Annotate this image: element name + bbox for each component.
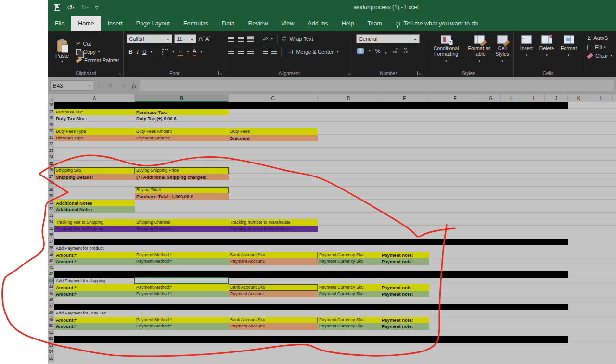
tab-home[interactable]: Home — [71, 16, 101, 31]
format-as-table-button[interactable]: Format as Table▾ — [465, 35, 493, 69]
cell-B29[interactable]: Buying Totall — [135, 187, 229, 194]
column-header-C[interactable]: C — [229, 94, 318, 102]
cell-A50[interactable]: Amount:* — [54, 323, 135, 330]
row-header-49[interactable]: 49 — [48, 317, 54, 324]
borders-button[interactable] — [162, 49, 168, 55]
grid-area[interactable]: 1617181920212223242526272829303132333435… — [48, 102, 616, 364]
tab-team[interactable]: Team — [360, 16, 389, 31]
comma-style-button[interactable]: , — [385, 48, 386, 54]
column-header-G[interactable]: G — [481, 94, 501, 102]
cut-button[interactable]: ✂Cut — [76, 40, 119, 47]
autosum-button[interactable]: ΣAutoS — [587, 34, 614, 41]
font-size-combo[interactable]: 11⌄ — [174, 34, 196, 43]
cell-E39[interactable]: Payment note: — [380, 252, 429, 259]
bold-button[interactable]: B — [128, 49, 133, 55]
cell-D44[interactable]: Payment Currency Sku — [318, 284, 380, 291]
tab-data[interactable]: Data — [215, 16, 241, 31]
cell-D49[interactable]: Payment Currency Sku — [318, 317, 380, 324]
row-header-17[interactable]: 17 — [48, 109, 54, 116]
tab-help[interactable]: Help — [335, 16, 361, 31]
cell-C49[interactable]: Bank Account Sku — [229, 317, 318, 324]
selected-cell-B43[interactable] — [134, 277, 229, 285]
row-header-51[interactable]: 51 — [48, 330, 54, 337]
cell-B17[interactable]: Purchase Tax: — [135, 109, 229, 116]
fill-color-button[interactable]: ◌ — [178, 48, 183, 56]
decrease-indent-button[interactable] — [263, 50, 268, 55]
percent-style-button[interactable]: % — [375, 48, 381, 54]
orientation-button[interactable]: ab — [262, 36, 269, 42]
delete-cells-button[interactable]: Delete▾ — [539, 35, 554, 69]
row-header-44[interactable]: 44 — [48, 284, 54, 291]
cell-B21[interactable]: Discount Amount: — [135, 135, 229, 142]
tell-me-search[interactable]: Tell me what you want to do — [396, 16, 478, 31]
align-center-button[interactable] — [238, 50, 244, 55]
row-header-32[interactable]: 32 — [48, 206, 54, 213]
column-header-D[interactable]: D — [318, 94, 380, 102]
row-header-23[interactable]: 23 — [48, 148, 54, 155]
row-header-55[interactable]: 55 — [48, 356, 54, 363]
cell-A21[interactable]: Discount Type: — [54, 135, 135, 142]
cell-B39[interactable]: Payment Method:* — [135, 252, 229, 259]
cell-B34[interactable]: Shipping Channel — [135, 219, 229, 226]
cell-C34[interactable]: Tracking number to Warehouse — [229, 219, 318, 226]
column-header-A[interactable]: A — [54, 94, 135, 102]
row-header-54[interactable]: 54 — [48, 349, 54, 356]
row-header-20[interactable]: 20 — [48, 128, 54, 135]
cell-D40[interactable]: Payment Currency Sku — [318, 258, 380, 265]
font-color-button[interactable]: A — [192, 48, 196, 56]
cell-A39[interactable]: Amount:* — [54, 252, 135, 259]
select-all-corner[interactable] — [48, 94, 54, 102]
cell-C20[interactable]: Duty Fees — [229, 128, 318, 135]
copy-button[interactable]: Copy▾ — [76, 49, 119, 55]
cell-A20[interactable]: Duty Fees Type — [54, 128, 135, 135]
increase-decimal-button[interactable]: ←.0.00 — [392, 48, 398, 54]
tab-add-ins[interactable]: Add-ins — [301, 16, 334, 31]
cell-B27[interactable]: (+) Additional Shipping charges: — [135, 174, 229, 181]
cell-B49[interactable]: Payment Method:* — [135, 317, 229, 324]
row-header-31[interactable]: 31 — [48, 200, 54, 207]
customize-qat-button[interactable]: ▽ — [95, 4, 99, 12]
row-header-50[interactable]: 50 — [48, 323, 54, 330]
undo-button[interactable]: ↺▾ — [67, 3, 74, 12]
cell-C39[interactable]: Bank Account Sku — [229, 252, 318, 259]
row-header-19[interactable]: 19 — [48, 122, 54, 129]
cell-C40[interactable]: Payment Account: — [229, 258, 318, 265]
tab-page-layout[interactable]: Page Layout — [129, 16, 177, 31]
row-header-24[interactable]: 24 — [48, 154, 54, 161]
decrease-decimal-button[interactable]: .00→.0 — [402, 48, 408, 54]
font-name-combo[interactable]: Calibri⌄ — [127, 34, 172, 43]
align-right-button[interactable] — [247, 50, 254, 55]
cell-A26[interactable]: Shipping Sku — [54, 167, 135, 174]
wrap-text-button[interactable]: Wrap Text — [290, 36, 313, 42]
row-header-46[interactable]: 46 — [48, 297, 54, 304]
cell-D39[interactable]: Payment Currency Sku — [318, 252, 380, 259]
column-header-J[interactable]: J — [545, 94, 568, 102]
increase-indent-button[interactable] — [271, 50, 277, 55]
cell-B40[interactable]: Payment Method:* — [135, 258, 229, 265]
row-header-41[interactable]: 41 — [48, 265, 54, 272]
cell-A27[interactable]: Shipping Details: — [54, 174, 135, 181]
middle-align-button[interactable] — [238, 37, 244, 42]
column-header-I[interactable]: I — [523, 94, 545, 102]
merge-center-button[interactable]: Merge & Center — [296, 49, 334, 55]
bottom-align-button[interactable] — [247, 37, 254, 42]
row-header-30[interactable]: 30 — [48, 193, 54, 200]
cell-A31[interactable]: Additional Notes — [54, 200, 135, 207]
cell-A45[interactable]: Amount:* — [54, 291, 135, 298]
cell-B45[interactable]: Payment Method:* — [135, 291, 229, 298]
enter-icon[interactable]: ✓ — [118, 82, 129, 89]
tab-review[interactable]: Review — [241, 16, 274, 31]
row-header-28[interactable]: 28 — [48, 180, 54, 187]
conditional-formatting-button[interactable]: Conditional Formatting▾ — [427, 35, 466, 69]
cell-A17[interactable]: Purchase Tax: — [54, 109, 135, 116]
column-header-B[interactable]: B — [135, 94, 229, 102]
row-header-27[interactable]: 27 — [48, 174, 54, 181]
cell-A44[interactable]: Amount:* — [54, 284, 135, 291]
clear-button[interactable]: Clear▾ — [587, 53, 614, 59]
column-header-E[interactable]: E — [380, 94, 429, 102]
cell-A18[interactable]: Duty Tax Sku : — [54, 115, 135, 122]
row-header-35[interactable]: 35 — [48, 226, 54, 233]
row-header-42[interactable]: 42 — [48, 271, 54, 278]
insert-function-icon[interactable]: fx — [132, 82, 136, 89]
cell-E45[interactable]: Payment note: — [380, 291, 429, 298]
